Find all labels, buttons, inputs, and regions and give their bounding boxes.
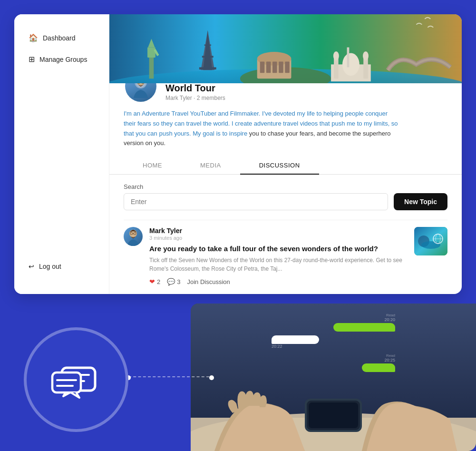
sidebar-item-manage-groups[interactable]: ⊞ Manage Groups [18,50,105,69]
comment-icon: 💬 [167,278,175,285]
post-body: Mark Tyler 3 minutes ago Are you ready t… [149,227,408,285]
svg-rect-18 [285,61,290,73]
groups-icon: ⊞ [29,55,35,64]
home-icon: 🏠 [29,33,38,42]
sidebar: 🏠 Dashboard ⊞ Manage Groups ↩ Log out [14,14,109,294]
search-input[interactable] [124,193,388,210]
join-discussion-link[interactable]: Join Discussion [187,278,230,285]
sidebar-nav: 🏠 Dashboard ⊞ Manage Groups [14,29,109,69]
post-actions: ❤ 2 💬 3 Join Discussion [149,278,408,285]
bottom-section: Read 20:20 20:22 Read 20:25 [0,289,476,451]
sidebar-item-dashboard-label: Dashboard [43,34,76,42]
post-author-name: Mark Tyler [149,227,408,235]
hero-overlay [109,14,462,83]
group-description: I'm an Adventure Travel YouTuber and Fil… [124,109,399,148]
svg-rect-3 [147,48,155,58]
wonders-svg [109,14,462,83]
group-info: World Tour Mark Tyler · 2 members [165,83,225,103]
svg-point-24 [333,51,339,60]
chat-bubbles-overlay: Read 20:20 20:22 Read 20:25 [272,313,395,372]
logout-icon: ↩ [29,263,34,270]
bubble-2 [272,335,319,344]
comments-action[interactable]: 💬 3 [167,278,180,285]
group-profile: World Tour Mark Tyler · 2 members I'm an… [109,83,462,157]
svg-rect-9 [202,56,214,58]
heart-icon: ❤ [149,278,155,285]
chat-bubbles-icon [50,358,102,401]
post-thumbnail-svg [414,227,447,255]
bubble-3 [362,363,395,372]
group-name: World Tour [165,83,225,94]
sidebar-bottom: ↩ Log out [14,258,109,280]
logout-label: Log out [39,263,61,270]
bubble-time-2: 20:22 [272,344,282,349]
bubble-row-2: 20:22 [272,335,395,350]
tab-discussion[interactable]: DISCUSSION [240,157,319,175]
main-content: World Tour Mark Tyler · 2 members I'm an… [109,14,462,294]
svg-rect-14 [260,61,265,73]
phone-section: Read 20:20 20:22 Read 20:25 [191,304,476,451]
connect-line [128,376,209,377]
svg-rect-55 [309,402,358,428]
search-row: New Topic [124,193,447,210]
svg-rect-10 [204,45,211,46]
tab-home[interactable]: HOME [124,157,181,175]
comments-count: 3 [177,278,180,285]
tabs-bar: HOME MEDIA DISCUSSION [109,157,462,175]
bubble-read-1: Read [386,313,395,317]
sidebar-item-manage-groups-label: Manage Groups [39,56,87,63]
svg-point-40 [421,241,440,249]
discussion-area: Search New Topic [109,175,462,294]
sidebar-item-dashboard[interactable]: 🏠 Dashboard [18,29,105,47]
post-author-avatar [124,227,143,246]
bubble-row-1: Read 20:20 [272,313,395,332]
post-time: 3 minutes ago [149,235,408,241]
post-thumbnail [414,227,447,255]
svg-rect-16 [272,61,277,73]
post-excerpt: Tick off the Seven New Wonders of the Wo… [149,256,408,273]
likes-count: 2 [157,278,160,285]
bubble-row-3: Read 20:25 [272,353,395,372]
group-meta: Mark Tyler · 2 members [165,95,225,101]
app-card: 🏠 Dashboard ⊞ Manage Groups ↩ Log out [14,14,462,294]
post-card: Mark Tyler 3 minutes ago Are you ready t… [124,220,447,292]
post-title: Are you ready to take a full tour of the… [149,244,408,254]
svg-rect-47 [52,373,81,392]
svg-point-25 [363,51,369,60]
search-label: Search [124,183,447,190]
svg-rect-17 [279,61,283,73]
bubble-read-3: Read [386,353,395,358]
new-topic-button[interactable]: New Topic [394,193,447,210]
bubble-1 [333,323,395,332]
logout-button[interactable]: ↩ Log out [18,258,105,275]
hero-banner [109,14,462,83]
bubble-time-3: 20:25 [384,358,395,363]
phone-scene: Read 20:20 20:22 Read 20:25 [191,304,476,451]
connect-dot-right [209,375,214,380]
svg-rect-8 [199,67,216,69]
bubble-time-1: 20:20 [384,317,395,322]
likes-action[interactable]: ❤ 2 [149,278,160,285]
tab-media[interactable]: MEDIA [181,157,240,175]
svg-rect-21 [347,48,350,68]
svg-point-20 [342,53,359,76]
svg-rect-15 [266,61,271,73]
post-avatar-svg [124,227,143,246]
chat-circle-icon [24,327,128,432]
